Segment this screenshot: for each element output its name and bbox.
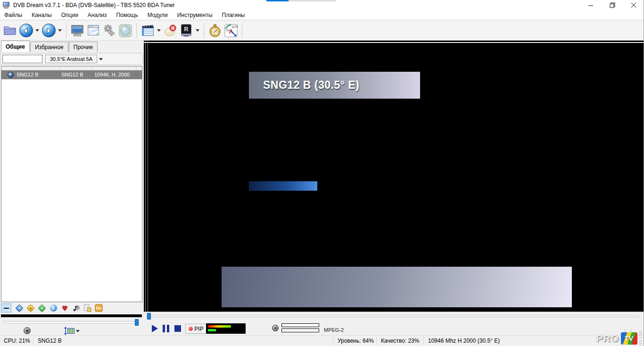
close-button[interactable] (623, 0, 644, 10)
signal-level-fill (208, 325, 231, 328)
record-dropdown[interactable] (196, 29, 199, 32)
volume-slider-handle[interactable] (135, 319, 139, 326)
menu-help[interactable]: Помощь (111, 10, 142, 20)
fullscreen-icon[interactable] (70, 23, 85, 38)
cpu-usage: CPU: 21% (4, 338, 30, 344)
pip-button[interactable]: PIP (185, 324, 207, 334)
minimize-button[interactable] (580, 0, 602, 10)
osd-channel-name: SNG12 B (30.5° E) (249, 79, 359, 92)
menu-bar: Файлы Каналы Опции Анализ Помощь Модули … (0, 10, 644, 20)
status-separator (423, 337, 424, 345)
channel-list[interactable]: SNG12 B SNG12 B 10946, H, 2000 (1, 66, 142, 302)
video-clips-icon[interactable] (140, 23, 155, 38)
background-window-edge (266, 0, 336, 1)
record-letter: R (184, 25, 189, 32)
watermark-domain: NET.UA (639, 331, 642, 346)
codec-label: MPEG-2 (324, 327, 344, 333)
app-icon (3, 2, 10, 8)
svg-text:12: 12 (235, 25, 238, 28)
menu-options[interactable]: Опции (57, 10, 83, 20)
satellite-select-caret[interactable] (99, 58, 103, 60)
audio-track-icon[interactable] (72, 304, 80, 312)
timeshift-watch-icon[interactable] (207, 23, 223, 38)
satellite-select[interactable]: 30.5°E Arabsat 5A (45, 55, 97, 63)
channel-tabs: Общие Избранное Прочие (1, 42, 98, 52)
signal-quality-fill (208, 329, 216, 331)
seek-slider[interactable] (146, 315, 640, 318)
speaker-icon[interactable] (24, 327, 31, 334)
menu-tools[interactable]: Инструменты (173, 10, 217, 20)
toolbar-separator (242, 23, 242, 38)
mute-icon[interactable] (163, 23, 178, 38)
osd-sphere-icon[interactable] (118, 23, 133, 38)
sort-channels-icon[interactable] (26, 304, 35, 312)
remove-channel-button[interactable] (1, 304, 11, 312)
pip-label: PIP (194, 326, 203, 332)
menu-files[interactable]: Файлы (0, 10, 27, 20)
prev-channel-dropdown[interactable] (35, 29, 39, 32)
toolbar-separator (204, 23, 204, 38)
channel-folder-icon[interactable] (2, 23, 17, 38)
video-clips-dropdown[interactable] (157, 29, 161, 32)
channel-filter-input[interactable] (2, 55, 42, 63)
window-title: DVB Dream v3.7.1 - BDA (DVB-Satellite) -… (13, 2, 175, 8)
stop-button[interactable] (174, 325, 181, 332)
vu-meters (281, 323, 319, 334)
menu-modules[interactable]: Модули (143, 10, 173, 20)
pause-button[interactable] (163, 325, 169, 332)
pip-record-dot (189, 327, 193, 331)
scheduler-icon[interactable]: 11 12 10 A (223, 23, 239, 38)
next-channel-button[interactable] (41, 23, 56, 38)
video-left-border (145, 41, 146, 312)
channel-list-toolbar: i (0, 302, 143, 313)
video-top-border (144, 42, 644, 43)
current-channel: SNG12 B (38, 338, 62, 344)
tab-other[interactable]: Прочие (69, 42, 98, 52)
audio-speaker-icon[interactable] (272, 325, 279, 331)
next-channel-dropdown[interactable] (58, 29, 62, 32)
video-window-icon[interactable] (86, 23, 101, 38)
favorite-icon[interactable] (60, 304, 69, 312)
track-list-caret[interactable] (76, 330, 80, 332)
menu-channels[interactable]: Каналы (27, 10, 57, 20)
watermark-pro-text: PRO (596, 333, 619, 344)
edit-channel-icon[interactable] (83, 304, 91, 312)
menu-plugins[interactable]: Плагины (217, 10, 250, 20)
seek-slider-handle[interactable] (147, 313, 151, 320)
tab-common[interactable]: Общие (1, 41, 30, 52)
channel-list-header (1, 67, 142, 70)
prev-channel-button[interactable] (18, 23, 33, 38)
channel-panel: Общие Избранное Прочие 30.5°E Arabsat 5A… (0, 41, 144, 335)
lock-channel-icon[interactable] (94, 304, 103, 312)
player-controls: PIP MPEG-2 (144, 312, 644, 335)
tab-favorites[interactable]: Избранное (30, 42, 68, 52)
channel-osd-banner: SNG12 B (30.5° E) (249, 72, 420, 99)
channel-info-icon[interactable]: i (49, 304, 58, 312)
record-icon[interactable]: R (179, 23, 194, 38)
svg-text:A: A (229, 28, 233, 34)
filter-row: 30.5°E Arabsat 5A (0, 53, 143, 65)
play-button[interactable] (152, 325, 158, 332)
restore-button[interactable] (602, 0, 623, 10)
volume-slider[interactable] (0, 319, 143, 326)
watermark-tv-text: TV (625, 335, 634, 342)
title-bar: DVB Dream v3.7.1 - BDA (DVB-Satellite) -… (0, 0, 644, 10)
video-display[interactable]: SNG12 B (30.5° E) (144, 41, 644, 312)
settings-gears-icon[interactable] (102, 23, 117, 38)
toolbar-separator (66, 23, 66, 38)
channel-row-selected[interactable]: SNG12 B SNG12 B 10946, H, 2000 (1, 70, 142, 79)
menu-analysis[interactable]: Анализ (83, 10, 112, 20)
move-channel-icon[interactable] (15, 304, 24, 312)
signal-level-text: Уровень: 64% (338, 338, 374, 344)
track-arrows-icon (64, 327, 67, 335)
status-separator (376, 337, 377, 345)
toolbar-separator (136, 23, 137, 38)
osd-bottom-banner (222, 267, 572, 307)
channel-type-icon (8, 72, 14, 78)
refresh-channels-icon[interactable] (38, 304, 46, 312)
tuning-info: 10946 Mhz H 2000 (30.5° E) (428, 338, 500, 344)
channel-name: SNG12 B (17, 72, 61, 77)
signal-quality-text: Качество: 23% (381, 338, 419, 344)
main-toolbar: R 11 12 10 A (0, 20, 644, 41)
audio-track-selector[interactable] (64, 327, 81, 335)
